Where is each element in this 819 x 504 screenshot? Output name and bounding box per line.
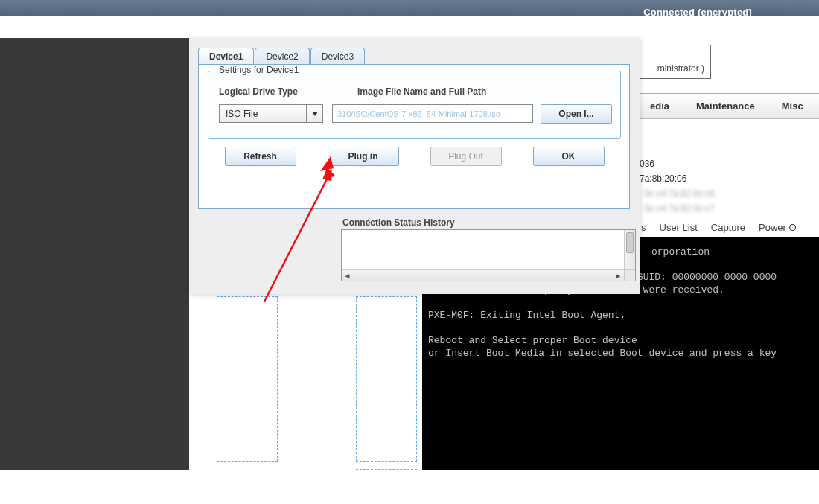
drive-type-value: ISO File [220,109,258,119]
connection-status: Connected (encrypted) [643,7,752,18]
remote-toolbar: s User List Capture Power O [637,220,819,235]
menu-item-misc[interactable]: Misc [768,94,817,118]
open-image-button[interactable]: Open I... [541,104,612,124]
scroll-corner [624,269,635,281]
scroll-thumb[interactable] [626,232,634,253]
scroll-left-icon[interactable]: ◄ [342,270,353,281]
tab-device1[interactable]: Device1 [198,48,254,65]
plugout-button: Plug Out [430,147,502,166]
virtual-media-dialog: Device1 Device2 Device3 Settings for Dev… [189,37,640,294]
toolbar-partial[interactable]: s [641,222,646,233]
toolbar-userlist[interactable]: User List [660,222,698,233]
sysinfo-line2: 7a:8b:20:06 [637,171,686,186]
sysinfo-blur2: : 0c:c4:7a:82:0c:c7 [637,201,715,216]
chevron-down-icon [306,105,322,122]
toolbar-capture[interactable]: Capture [711,222,745,233]
image-path-input[interactable]: 310/ISO/CentOS-7-x86_64-Minimal-1708.iso [332,104,533,123]
sysinfo-blur1: : 0c:c4:7a:82:0c:c6 [637,186,715,201]
horizontal-scrollbar[interactable]: ◄ ► [342,269,624,281]
system-info: 036 7a:8b:20:06 : 0c:c4:7a:82:0c:c6 : 0c… [637,156,715,216]
menu-item-maintenance[interactable]: Maintenance [683,94,768,118]
doc-placeholder [217,296,278,462]
menu-item-media[interactable]: edia [637,94,683,118]
image-path-value: 310/ISO/CentOS-7-x86_64-Minimal-1708.iso [337,109,500,118]
drive-type-select[interactable]: ISO File [219,104,323,123]
drive-type-label: Logical Drive Type [219,86,298,97]
doc-placeholder [356,469,417,470]
history-label: Connection Status History [342,217,455,228]
toolbar-power[interactable]: Power O [759,222,797,233]
scroll-right-icon[interactable]: ► [613,270,624,281]
console-rb2: or Insert Boot Media in selected Boot de… [428,348,777,359]
fieldset-legend: Settings for Device1 [214,65,303,75]
image-path-label: Image File Name and Full Path [357,86,486,97]
console-rb1: Reboot and Select proper Boot device [428,335,637,346]
vertical-scrollbar[interactable] [624,230,635,269]
user-info-text: ministrator ) [657,63,704,74]
left-panel [0,38,189,470]
history-box[interactable]: ◄ ► [341,229,636,281]
doc-placeholder [356,296,417,462]
plugin-button[interactable]: Plug in [328,147,399,166]
refresh-button[interactable]: Refresh [225,147,296,166]
ok-button[interactable]: OK [533,147,605,166]
tab-device3[interactable]: Device3 [310,48,365,65]
main-menu: edia Maintenance Misc [637,93,819,119]
console-pxe2: PXE-M0F: Exiting Intel Boot Agent. [428,310,625,321]
tab-device2[interactable]: Device2 [255,48,309,65]
